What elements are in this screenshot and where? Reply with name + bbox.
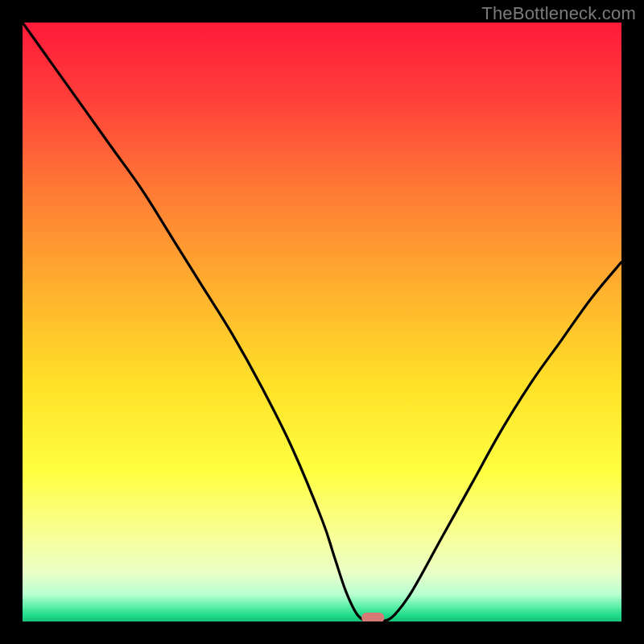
attribution-text: TheBottleneck.com	[481, 3, 636, 24]
bottleneck-chart	[23, 23, 621, 621]
gradient-background	[23, 23, 621, 621]
baseline-strip	[23, 618, 621, 621]
optimal-point-marker	[361, 613, 384, 621]
chart-frame	[23, 23, 621, 621]
